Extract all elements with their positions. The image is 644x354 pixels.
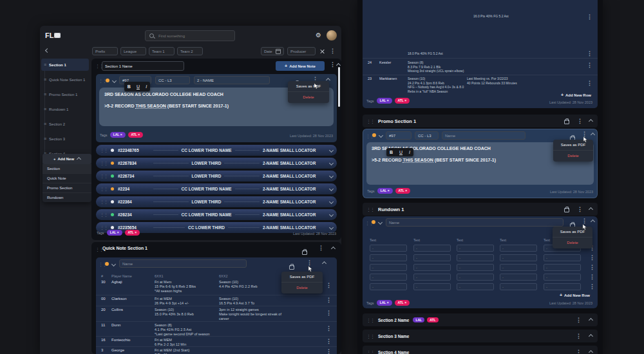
rundown-cell[interactable]	[500, 254, 537, 261]
status-chevron-icon[interactable]	[379, 133, 383, 138]
search-box[interactable]	[145, 30, 235, 41]
scrollbar-thumb[interactable]	[338, 67, 340, 107]
drag-handle-icon[interactable]	[100, 174, 108, 178]
rundown-cell[interactable]	[500, 245, 537, 252]
note-row[interactable]: #2234CC LOWER THIRD NAME2-NAME SMALL LOC…	[96, 183, 337, 194]
note-collapse-icon[interactable]	[591, 133, 595, 137]
chevron-down-icon[interactable]	[329, 212, 334, 217]
avatar[interactable]	[327, 30, 337, 41]
section-kebab-icon[interactable]	[576, 349, 582, 354]
sidebar-item-section-1[interactable]: Section 1	[41, 59, 89, 71]
tag-atl[interactable]: ATL	[427, 317, 438, 322]
rundown-cell[interactable]	[413, 274, 451, 281]
note-row[interactable]: #26234CC LOWER THIRD NAME2-NAME SMALL LO…	[96, 209, 337, 220]
drag-handle-icon[interactable]	[100, 200, 108, 204]
rundown-cell[interactable]	[544, 283, 581, 290]
section-collapse-icon[interactable]	[589, 207, 593, 211]
lock-icon[interactable]	[302, 250, 307, 255]
tag-atl[interactable]: ATL ×	[395, 188, 411, 194]
rundown-cell[interactable]	[500, 264, 537, 271]
tag-atl[interactable]: ATL ×	[128, 132, 144, 138]
tag-lal[interactable]: LAL ×	[107, 230, 122, 236]
section-name-input[interactable]	[102, 61, 184, 71]
player-row[interactable]: 3 George Fri at MEM (2nd Start)7 Pts 11A…	[96, 346, 337, 354]
drag-handle-icon[interactable]	[100, 161, 108, 165]
section-kebab-icon[interactable]	[576, 333, 582, 339]
chevron-down-icon[interactable]	[329, 174, 334, 178]
note-cc-field[interactable]	[415, 131, 439, 140]
row-kebab-icon[interactable]	[326, 310, 332, 316]
section-kebab-icon[interactable]	[576, 317, 582, 323]
drag-handle-icon[interactable]	[100, 225, 108, 230]
status-dot[interactable]	[105, 262, 109, 266]
status-chevron-icon[interactable]	[378, 220, 383, 225]
note-collapse-icon[interactable]	[591, 219, 595, 224]
row-kebab-icon[interactable]	[589, 255, 595, 261]
rundown-cell[interactable]	[457, 254, 494, 261]
note-row[interactable]: #226734LOWER THIRD2-NAME SMALL LOCATOR	[96, 171, 337, 182]
add-new-option-promo-section[interactable]: Promo Section	[43, 183, 91, 192]
chevron-down-icon[interactable]	[329, 187, 334, 191]
note-kebab-icon[interactable]	[307, 260, 312, 266]
section-collapse-icon[interactable]	[589, 349, 593, 354]
add-new-option-quick-note[interactable]: Quick Note	[43, 173, 91, 183]
row-kebab-icon[interactable]	[326, 297, 332, 303]
section-collapse-icon[interactable]	[589, 333, 593, 338]
team2-field[interactable]	[177, 47, 203, 55]
gear-icon[interactable]	[316, 32, 321, 39]
add-new-button[interactable]: + Add New	[43, 154, 91, 164]
section-collapse-icon[interactable]	[589, 118, 593, 123]
add-new-note-button[interactable]: Add New Note	[276, 61, 325, 71]
date-field[interactable]: Date	[261, 47, 284, 55]
tag-atl[interactable]: ATL ×	[395, 98, 410, 104]
save-as-pdf-menu-item[interactable]: Saves as PDF	[281, 272, 323, 282]
note-name-field[interactable]	[442, 131, 526, 140]
rundown-cell[interactable]	[370, 245, 407, 252]
player-row[interactable]: 24 Kessler Season (8)8.3 Pts 7.9 Reb 2.1…	[363, 59, 598, 73]
quick-note-name-field[interactable]	[119, 259, 247, 268]
status-chevron-icon[interactable]	[111, 262, 116, 266]
underline-button[interactable]: U	[399, 150, 402, 154]
delete-menu-item[interactable]: Delete	[288, 91, 329, 102]
sidebar-item-rundown-1[interactable]: Rundown 1	[41, 103, 89, 115]
tag-atl[interactable]: ATL ×	[395, 300, 410, 306]
player-row[interactable]: 11 Dunn Season (8)4.1 Pts 41% FG 2.5 Ast…	[96, 321, 337, 337]
rundown-cell[interactable]	[500, 274, 537, 281]
rundown-cell[interactable]	[370, 254, 407, 261]
delete-menu-item[interactable]: Delete	[553, 150, 593, 161]
rundown-cell[interactable]	[370, 264, 407, 271]
status-chevron-icon[interactable]	[112, 79, 117, 83]
player-row[interactable]: 23 Markkanen Season (10)24.2 Pts 4.1 3pm…	[363, 75, 598, 93]
section-kebab-icon[interactable]	[577, 118, 583, 124]
section-4-row[interactable]: Section 4 Name	[363, 346, 598, 354]
rundown-cell[interactable]	[457, 283, 494, 290]
rundown-cell[interactable]	[544, 254, 581, 261]
search-input[interactable]	[157, 33, 224, 39]
sidebar-collapse-icon[interactable]	[45, 48, 50, 53]
section-collapse-icon[interactable]	[589, 317, 593, 322]
note-collapse-icon[interactable]	[322, 261, 327, 266]
tag-lal[interactable]: LAL ×	[110, 132, 126, 138]
chevron-down-icon[interactable]	[329, 200, 334, 204]
note-kebab-icon[interactable]	[582, 218, 587, 224]
row-kebab-icon[interactable]	[326, 339, 332, 344]
row-kebab-icon[interactable]	[589, 284, 595, 290]
league-field[interactable]	[120, 47, 146, 55]
drag-handle-icon[interactable]	[366, 207, 374, 212]
add-new-row-button[interactable]: Add New Row	[560, 293, 590, 297]
drag-handle-icon[interactable]	[366, 119, 374, 124]
rundown-cell[interactable]	[544, 264, 581, 271]
rundown-cell[interactable]	[457, 274, 494, 281]
sidebar-item-section-3[interactable]: Section 3	[41, 133, 89, 145]
drag-handle-icon[interactable]	[100, 212, 108, 217]
section-kebab-icon[interactable]	[330, 62, 336, 68]
sidebar-item-section-2[interactable]: Section 2	[41, 118, 89, 130]
status-dot[interactable]	[372, 133, 376, 137]
rundown-cell[interactable]	[544, 274, 581, 281]
player-row[interactable]: 20 Collins Season (10)15.0 Pts 43% 3s 8.…	[96, 306, 337, 322]
row-kebab-icon[interactable]	[326, 283, 332, 288]
note-number-field[interactable]	[386, 131, 412, 140]
tag-lal[interactable]: LAL ×	[377, 98, 392, 104]
row-kebab-icon[interactable]	[587, 51, 592, 57]
note-row[interactable]: #22364LOWER THIRD2-NAME SMALL LOCATOR	[96, 196, 337, 207]
